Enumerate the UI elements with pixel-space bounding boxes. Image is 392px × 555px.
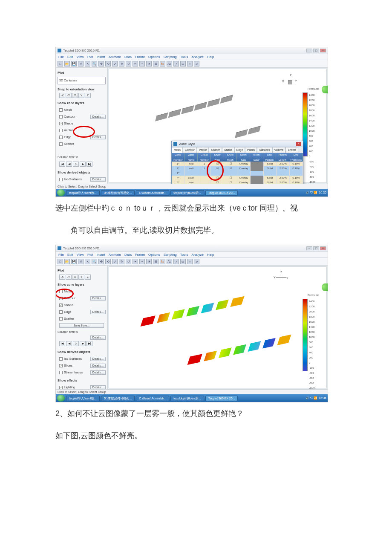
menu-edit[interactable]: Edit bbox=[67, 54, 73, 61]
menu-frame[interactable]: Frame bbox=[135, 251, 145, 258]
soltime-details[interactable]: Details… bbox=[90, 335, 106, 340]
undo-icon[interactable]: ↺ bbox=[126, 259, 131, 264]
menu-options[interactable]: Options bbox=[148, 251, 160, 258]
fit-icon[interactable]: ⤢ bbox=[112, 259, 118, 264]
menu-insert[interactable]: Insert bbox=[97, 54, 105, 61]
first-button[interactable]: |◀ bbox=[59, 341, 65, 346]
print-icon[interactable]: ⎙ bbox=[78, 61, 84, 66]
menu-insert[interactable]: Insert bbox=[97, 251, 105, 258]
menu-scripting[interactable]: Scripting bbox=[164, 251, 177, 258]
taskbar-item[interactable]: tecplot执行fluent后... bbox=[170, 190, 204, 196]
axes-icon[interactable]: ⊞ bbox=[153, 61, 159, 66]
cb-edge[interactable] bbox=[59, 136, 63, 139]
circle-icon[interactable]: ○ bbox=[187, 259, 193, 264]
snap-y[interactable]: Y bbox=[78, 275, 84, 280]
cb-iso[interactable] bbox=[59, 178, 63, 181]
start-button[interactable] bbox=[57, 189, 65, 196]
rect-icon[interactable]: ▭ bbox=[180, 61, 186, 66]
circle-icon[interactable]: ○ bbox=[187, 61, 193, 66]
poly-icon[interactable]: ▱ bbox=[194, 259, 199, 264]
viewport-2[interactable]: Y X Z Pressure 240022002000 180016001400… bbox=[109, 266, 327, 388]
viewport[interactable]: X Y Z Pressure 240022002000 180016001400… bbox=[109, 69, 327, 183]
snap-neg-x[interactable]: -X bbox=[59, 275, 65, 280]
prev-button[interactable]: ◀ bbox=[66, 341, 72, 346]
probe-icon[interactable]: + bbox=[139, 61, 145, 66]
pointer-icon[interactable]: ↖ bbox=[85, 259, 90, 264]
save-icon[interactable]: 💾 bbox=[71, 61, 77, 66]
maximize-button[interactable]: □ bbox=[313, 246, 319, 250]
cb-shade[interactable] bbox=[59, 122, 63, 125]
tab-contour[interactable]: Contour bbox=[183, 147, 197, 153]
cb-lighting[interactable] bbox=[59, 386, 63, 389]
menu-tools[interactable]: Tools bbox=[180, 54, 188, 61]
play-button[interactable]: ▷ bbox=[73, 341, 79, 346]
redo-icon[interactable]: ↻ bbox=[119, 259, 124, 264]
menu-options[interactable]: Options bbox=[148, 54, 160, 61]
last-button[interactable]: ▶| bbox=[86, 341, 92, 346]
slice-icon[interactable]: ✂ bbox=[133, 259, 138, 264]
new-icon[interactable]: □ bbox=[58, 61, 63, 66]
close-button[interactable]: × bbox=[320, 246, 326, 250]
iso-details[interactable]: Details… bbox=[90, 177, 106, 182]
cb-scatter[interactable] bbox=[59, 142, 63, 146]
iso-details[interactable]: Details… bbox=[90, 357, 106, 361]
edge-details[interactable]: Details… bbox=[90, 135, 106, 139]
menu-animate[interactable]: Animate bbox=[109, 251, 121, 258]
text-icon[interactable]: Ab bbox=[167, 259, 172, 264]
taskbar-item[interactable]: D:\李想\如何可视化... bbox=[101, 396, 135, 401]
menu-data[interactable]: Data bbox=[124, 251, 132, 258]
snap-neg-y[interactable]: -Y bbox=[66, 275, 72, 280]
table-row[interactable]: 1*fluid1☑☑OverlaySolid2.00%0.10% bbox=[172, 162, 303, 166]
tab-vector[interactable]: Vector bbox=[197, 147, 209, 153]
taskbar-item[interactable]: Tecplot 360 EX 20... bbox=[205, 190, 238, 196]
snap-x[interactable]: X bbox=[72, 275, 78, 280]
tab-edge[interactable]: Edge bbox=[234, 147, 245, 153]
close-button[interactable]: × bbox=[320, 49, 326, 52]
snap-z[interactable]: Z bbox=[85, 275, 91, 280]
light-icon[interactable]: ☀ bbox=[146, 259, 152, 264]
text-icon[interactable]: Ab bbox=[167, 61, 172, 66]
light-details[interactable]: Details… bbox=[90, 385, 106, 390]
tab-effects[interactable]: Effects bbox=[285, 147, 298, 153]
poly-icon[interactable]: ▱ bbox=[194, 61, 199, 66]
tab-points[interactable]: Points bbox=[245, 147, 257, 153]
snap-neg-y[interactable]: -Y bbox=[66, 93, 72, 98]
taskbar-item[interactable]: Tecplot 360 EX 20... bbox=[205, 396, 238, 401]
fit-icon[interactable]: ⤢ bbox=[112, 61, 118, 66]
tab-shade[interactable]: Shade bbox=[222, 147, 234, 153]
prev-button[interactable]: ◀ bbox=[66, 162, 72, 167]
next-button[interactable]: ▶ bbox=[80, 162, 86, 167]
minimize-button[interactable]: – bbox=[306, 246, 312, 250]
fn-icon[interactable]: f∞ bbox=[160, 61, 165, 66]
open-icon[interactable]: 📂 bbox=[64, 259, 70, 264]
menu-analyze[interactable]: Analyze bbox=[191, 251, 203, 258]
menu-frame[interactable]: Frame bbox=[135, 54, 145, 61]
taskbar-item[interactable]: tecplot导入fluent数... bbox=[66, 190, 100, 196]
menu-edit[interactable]: Edit bbox=[67, 251, 73, 258]
fn-icon[interactable]: f∞ bbox=[160, 259, 165, 264]
save-icon[interactable]: 💾 bbox=[71, 259, 77, 264]
line-icon[interactable]: ╱ bbox=[173, 259, 179, 264]
menu-plot[interactable]: Plot bbox=[87, 54, 93, 61]
print-icon[interactable]: ⎙ bbox=[78, 259, 84, 264]
pan-icon[interactable]: ✥ bbox=[98, 61, 104, 66]
tab-volume[interactable]: Volume bbox=[272, 147, 286, 153]
rotate-icon[interactable]: ⟲ bbox=[105, 259, 111, 264]
slice-icon[interactable]: ✂ bbox=[133, 61, 138, 66]
menu-view[interactable]: View bbox=[77, 251, 84, 258]
start-button[interactable] bbox=[57, 395, 65, 402]
last-button[interactable]: ▶| bbox=[86, 162, 92, 167]
taskbar-item[interactable]: tecplot导入fluent数... bbox=[66, 396, 100, 401]
line-icon[interactable]: ╱ bbox=[173, 61, 179, 66]
menu-data[interactable]: Data bbox=[124, 54, 132, 61]
cb-slices[interactable] bbox=[59, 364, 63, 367]
cb-vector[interactable] bbox=[59, 129, 63, 132]
pan-icon[interactable]: ✥ bbox=[98, 259, 104, 264]
menu-analyze[interactable]: Analyze bbox=[191, 54, 203, 61]
dialog-close-button[interactable]: × bbox=[296, 142, 301, 146]
cb-contour[interactable] bbox=[59, 115, 63, 119]
zoom-icon[interactable]: 🔍 bbox=[92, 61, 97, 66]
probe-icon[interactable]: + bbox=[139, 259, 145, 264]
menu-file[interactable]: File bbox=[58, 54, 64, 61]
snap-neg-x[interactable]: -X bbox=[59, 93, 65, 98]
